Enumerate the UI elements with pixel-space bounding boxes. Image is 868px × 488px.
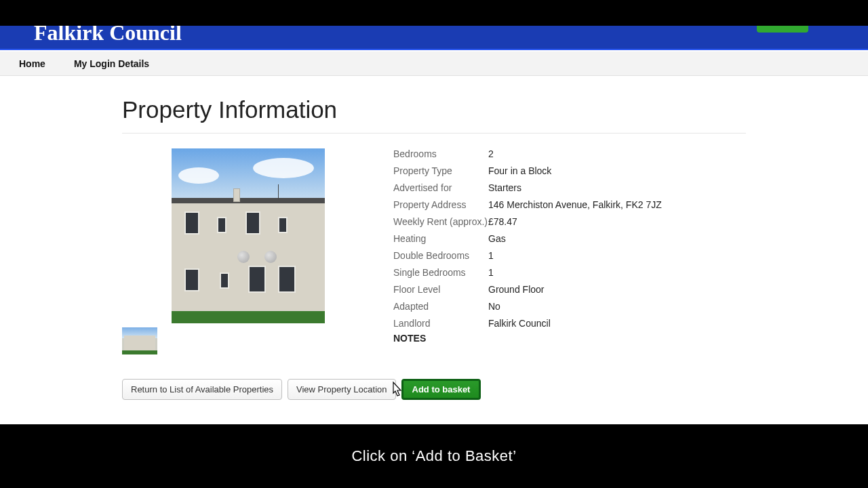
weekly-rent-value: £78.47	[488, 216, 746, 227]
content-area: Property Information	[0, 76, 868, 424]
nav-my-login-details[interactable]: My Login Details	[74, 58, 149, 69]
floor-level-label: Floor Level	[393, 284, 488, 295]
image-column	[122, 148, 326, 354]
instruction-caption: Click on ‘Add to Basket’	[351, 447, 516, 465]
double-bedrooms-value: 1	[488, 250, 746, 261]
nav-bar: Home My Login Details	[0, 52, 868, 76]
advertised-for-value: Starters	[488, 182, 746, 193]
brand-logo-text: Falkirk Council	[34, 26, 182, 43]
property-photo-thumbnail[interactable]	[122, 327, 157, 354]
details-column: Bedrooms 2 Property Type Four in a Block…	[393, 148, 868, 354]
nav-home[interactable]: Home	[19, 58, 45, 69]
view-property-location-button[interactable]: View Property Location	[288, 379, 395, 400]
property-type-value: Four in a Block	[488, 165, 746, 176]
return-to-list-button[interactable]: Return to List of Available Properties	[122, 379, 282, 400]
landlord-value: Falkirk Council	[488, 318, 746, 329]
bedrooms-label: Bedrooms	[393, 148, 488, 159]
details-table: Bedrooms 2 Property Type Four in a Block…	[393, 148, 746, 329]
advertised-for-label: Advertised for	[393, 182, 488, 193]
letterbox-bottom: Click on ‘Add to Basket’	[0, 424, 868, 488]
property-photo-main[interactable]	[172, 148, 325, 323]
notes-heading: NOTES	[393, 333, 868, 344]
property-address-label: Property Address	[393, 199, 488, 210]
title-divider	[122, 133, 746, 134]
action-button-row: Return to List of Available Properties V…	[122, 379, 868, 400]
single-bedrooms-label: Single Bedrooms	[393, 267, 488, 278]
property-address-value: 146 Merchiston Avenue, Falkirk, FK2 7JZ	[488, 199, 746, 210]
heating-label: Heating	[393, 233, 488, 244]
single-bedrooms-value: 1	[488, 267, 746, 278]
adapted-value: No	[488, 301, 746, 312]
add-to-basket-button[interactable]: Add to basket	[401, 379, 481, 400]
letterbox-top	[0, 0, 868, 26]
landlord-label: Landlord	[393, 318, 488, 329]
double-bedrooms-label: Double Bedrooms	[393, 250, 488, 261]
bedrooms-value: 2	[488, 148, 746, 159]
adapted-label: Adapted	[393, 301, 488, 312]
header-green-button[interactable]	[757, 26, 808, 33]
floor-level-value: Ground Floor	[488, 284, 746, 295]
heating-value: Gas	[488, 233, 746, 244]
property-type-label: Property Type	[393, 165, 488, 176]
page-title: Property Information	[122, 96, 868, 123]
weekly-rent-label: Weekly Rent (approx.)	[393, 216, 488, 227]
header-bar: Falkirk Council	[0, 26, 868, 50]
